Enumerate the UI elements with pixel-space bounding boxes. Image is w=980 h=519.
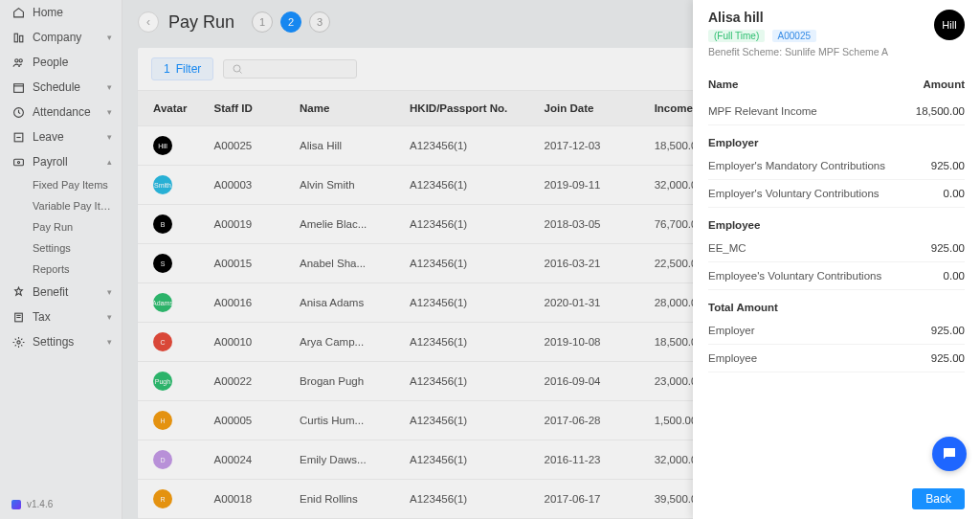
sidebar-item-tax[interactable]: Tax▾	[0, 305, 122, 329]
cell-hkid: A123456(1)	[402, 244, 537, 283]
sidebar-item-label: Settings	[33, 335, 74, 349]
cell-staff-id: A00005	[207, 401, 292, 440]
wizard-step-3[interactable]: 3	[309, 11, 330, 33]
sidebar-item-label: Attendance	[33, 105, 91, 119]
sidebar-subitem-fixed-pay-items[interactable]: Fixed Pay Items	[0, 174, 122, 195]
col-name-header: Name	[708, 79, 738, 90]
avatar: Hill	[153, 136, 172, 155]
total-amount-title: Total Amount	[708, 290, 965, 317]
logo-icon	[11, 500, 21, 509]
cell-join-date: 2017-06-28	[537, 401, 647, 440]
employer-voluntary-label: Employer's Voluntary Contributions	[708, 188, 944, 199]
home-icon	[11, 6, 25, 19]
svg-point-2	[14, 58, 17, 61]
total-employer-value: 925.00	[931, 325, 965, 336]
people-icon	[11, 56, 25, 69]
chat-support-button[interactable]	[932, 437, 967, 471]
sidebar-item-label: Leave	[33, 130, 64, 144]
sidebar: HomeCompany▾PeopleSchedule▾Attendance▾Le…	[0, 0, 122, 519]
col-header-avatar[interactable]: Avatar	[138, 91, 207, 126]
mpf-income-label: MPF Relevant Income	[708, 105, 916, 117]
chevron-down-icon: ▾	[107, 287, 112, 297]
sidebar-item-people[interactable]: People	[0, 50, 122, 75]
filter-button[interactable]: 1 Filter	[151, 57, 213, 80]
payroll-icon	[11, 155, 25, 169]
employment-type-badge: (Full Time)	[708, 30, 765, 42]
cell-name: Amelie Blac...	[292, 205, 402, 244]
chevron-up-icon: ▴	[107, 157, 112, 167]
employer-group-title: Employer	[708, 125, 965, 152]
cell-staff-id: A00015	[207, 244, 292, 283]
cell-staff-id: A00019	[207, 205, 292, 244]
cell-hkid: A123456(1)	[402, 166, 537, 205]
cell-join-date: 2016-09-04	[537, 362, 647, 401]
sidebar-item-benefit[interactable]: Benefit▾	[0, 280, 122, 305]
sidebar-item-schedule[interactable]: Schedule▾	[0, 75, 122, 100]
drawer-back-button[interactable]: Back	[912, 488, 965, 509]
cell-staff-id: A00022	[207, 362, 292, 401]
drawer-employee-name: Alisa hill	[708, 10, 923, 25]
avatar: B	[153, 214, 172, 234]
sidebar-item-label: Payroll	[33, 155, 68, 169]
sidebar-item-attendance[interactable]: Attendance▾	[0, 100, 122, 124]
search-icon	[232, 63, 243, 75]
col-header-hkid-passport-no-[interactable]: HKID/Passport No.	[402, 91, 537, 126]
col-header-join-date[interactable]: Join Date	[537, 91, 647, 126]
cell-name: Brogan Pugh	[292, 362, 402, 401]
wizard-step-2[interactable]: 2	[280, 11, 301, 33]
cell-join-date: 2017-12-03	[537, 126, 647, 166]
benefit-scheme-value: Sunlife MPF Scheme A	[785, 46, 888, 57]
company-icon	[11, 31, 25, 44]
mpf-income-value: 18,500.00	[916, 105, 965, 117]
cell-join-date: 2018-03-05	[537, 205, 647, 244]
cell-name: Anisa Adams	[292, 283, 402, 323]
sidebar-item-payroll[interactable]: Payroll▴	[0, 149, 122, 174]
sidebar-subitem-reports[interactable]: Reports	[0, 259, 122, 280]
filter-label: Filter	[176, 62, 202, 76]
sidebar-item-label: Company	[33, 31, 81, 44]
sidebar-subitem-settings[interactable]: Settings	[0, 237, 122, 259]
app-version: v1.4.6	[0, 489, 122, 519]
schedule-icon	[11, 80, 25, 94]
cell-join-date: 2017-06-17	[537, 480, 647, 519]
benefit-icon	[11, 285, 25, 299]
svg-line-16	[240, 71, 242, 73]
cell-staff-id: A00024	[207, 440, 292, 480]
sidebar-item-settings[interactable]: Settings▾	[0, 329, 122, 354]
col-header-staff-id[interactable]: Staff ID	[207, 91, 292, 126]
sidebar-item-company[interactable]: Company▾	[0, 25, 122, 50]
total-employer-label: Employer	[708, 325, 931, 336]
cell-hkid: A123456(1)	[402, 323, 537, 362]
cell-staff-id: A00003	[207, 166, 292, 205]
chat-icon	[941, 445, 958, 463]
wizard-step-1[interactable]: 1	[252, 11, 273, 33]
svg-point-3	[19, 58, 22, 61]
svg-point-14	[16, 340, 19, 343]
total-employee-value: 925.00	[931, 352, 965, 364]
sidebar-item-label: Schedule	[33, 80, 80, 94]
sidebar-item-home[interactable]: Home	[0, 0, 122, 25]
sidebar-item-leave[interactable]: Leave▾	[0, 124, 122, 149]
back-icon-button[interactable]: ‹	[138, 11, 159, 33]
search-input[interactable]	[223, 59, 357, 79]
cell-join-date: 2016-11-23	[537, 440, 647, 480]
cell-name: Emily Daws...	[292, 440, 402, 480]
leave-icon	[11, 130, 25, 144]
employee-voluntary-value: 0.00	[944, 270, 965, 282]
sidebar-subitem-pay-run[interactable]: Pay Run	[0, 216, 122, 237]
sidebar-subitem-variable-pay-ite-[interactable]: Variable Pay Ite...	[0, 195, 122, 216]
svg-rect-9	[13, 159, 23, 166]
tax-icon	[11, 310, 25, 324]
cell-name: Enid Rollins	[292, 480, 402, 519]
cell-hkid: A123456(1)	[402, 362, 537, 401]
cell-staff-id: A00025	[207, 126, 292, 166]
cell-hkid: A123456(1)	[402, 401, 537, 440]
col-amount-header: Amount	[924, 79, 965, 90]
svg-rect-0	[14, 34, 17, 42]
cell-name: Alisa Hill	[292, 126, 402, 166]
employee-voluntary-label: Employee's Voluntary Contributions	[708, 270, 944, 282]
svg-point-15	[234, 65, 240, 72]
benefit-scheme-label: Benefit Scheme:	[708, 46, 782, 57]
col-header-name[interactable]: Name	[292, 91, 402, 126]
chevron-down-icon: ▾	[107, 82, 112, 92]
